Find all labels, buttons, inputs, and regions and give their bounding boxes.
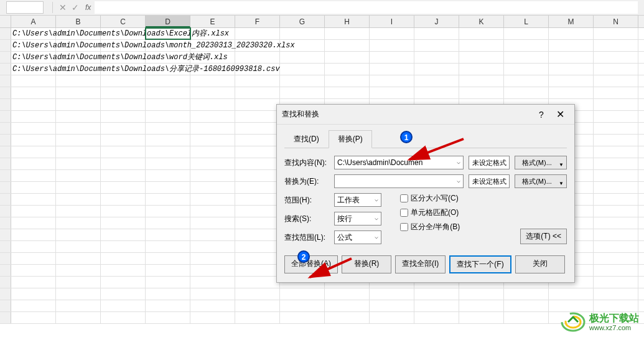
cell[interactable] — [101, 241, 146, 252]
cell[interactable] — [414, 64, 459, 75]
row-header[interactable] — [0, 265, 11, 276]
row-header[interactable] — [0, 217, 11, 229]
cell[interactable] — [101, 158, 146, 169]
cell[interactable] — [11, 87, 56, 98]
cell[interactable] — [504, 28, 549, 39]
cell[interactable] — [101, 182, 146, 193]
cell[interactable] — [235, 135, 280, 146]
cell[interactable] — [280, 52, 325, 63]
cell[interactable] — [11, 300, 56, 311]
match-width-checkbox[interactable]: 区分全/半角(B) — [400, 222, 460, 232]
cell[interactable] — [414, 87, 459, 98]
cell[interactable] — [146, 277, 190, 288]
cell[interactable] — [101, 75, 146, 87]
cell[interactable] — [594, 64, 638, 75]
cell[interactable] — [146, 194, 190, 205]
cell[interactable] — [146, 75, 190, 87]
cell[interactable] — [101, 300, 146, 311]
cell[interactable] — [56, 182, 101, 193]
cell[interactable] — [325, 300, 370, 311]
cell[interactable] — [11, 111, 56, 122]
cell[interactable] — [146, 123, 190, 134]
replace-button[interactable]: 替换(R) — [342, 255, 391, 273]
cell[interactable] — [594, 217, 638, 229]
cell[interactable] — [11, 241, 56, 252]
cell[interactable] — [146, 300, 190, 311]
cell[interactable] — [146, 217, 190, 229]
cell[interactable] — [11, 194, 56, 205]
cell[interactable] — [56, 158, 101, 169]
cell[interactable] — [280, 300, 325, 311]
cell[interactable] — [101, 265, 146, 276]
cell[interactable] — [11, 123, 56, 134]
cell[interactable] — [11, 229, 56, 240]
cell[interactable] — [190, 111, 235, 122]
cell[interactable] — [101, 253, 146, 264]
cell[interactable] — [190, 135, 235, 146]
cell[interactable] — [549, 300, 594, 311]
cell[interactable] — [190, 182, 235, 193]
replace-with-input[interactable] — [334, 174, 464, 188]
cell[interactable] — [459, 40, 504, 51]
col-header-A[interactable]: A — [11, 16, 56, 27]
within-select[interactable]: 工作表 — [334, 193, 381, 207]
cell[interactable] — [325, 75, 370, 87]
cell[interactable] — [594, 288, 638, 300]
cell[interactable] — [56, 253, 101, 264]
cell[interactable] — [370, 40, 414, 51]
col-header-I[interactable]: I — [370, 16, 414, 27]
cell[interactable] — [235, 229, 280, 240]
cell[interactable] — [235, 312, 280, 323]
cell[interactable] — [56, 229, 101, 240]
cell[interactable] — [414, 75, 459, 87]
row-header[interactable] — [0, 182, 11, 193]
cell[interactable] — [594, 265, 638, 276]
col-header-H[interactable]: H — [325, 16, 370, 27]
cell[interactable] — [459, 28, 504, 39]
cell[interactable] — [594, 253, 638, 264]
cell[interactable] — [280, 87, 325, 98]
cell[interactable] — [504, 312, 549, 323]
col-header-L[interactable]: L — [504, 16, 549, 27]
cell[interactable] — [190, 217, 235, 229]
cell[interactable] — [56, 111, 101, 122]
match-cell-checkbox[interactable]: 单元格匹配(O) — [400, 207, 460, 218]
cell[interactable] — [190, 265, 235, 276]
cell[interactable] — [101, 194, 146, 205]
cell[interactable] — [370, 87, 414, 98]
cell[interactable] — [56, 217, 101, 229]
cell[interactable] — [11, 170, 56, 181]
cell[interactable] — [235, 75, 280, 87]
close-button[interactable]: 关闭 — [515, 255, 565, 273]
cell[interactable] — [146, 99, 190, 110]
cell[interactable] — [146, 111, 190, 122]
cell[interactable] — [594, 111, 638, 122]
row-header[interactable] — [0, 75, 11, 87]
select-all-corner[interactable] — [0, 16, 11, 27]
row-header[interactable] — [0, 253, 11, 264]
cell[interactable] — [11, 135, 56, 146]
cell[interactable] — [594, 241, 638, 252]
cell[interactable] — [280, 312, 325, 323]
cell[interactable] — [56, 170, 101, 181]
cell[interactable] — [594, 194, 638, 205]
cell[interactable] — [235, 194, 280, 205]
cell[interactable] — [504, 288, 549, 300]
row-header[interactable] — [0, 241, 11, 252]
cell[interactable] — [146, 28, 190, 39]
cell[interactable] — [325, 64, 370, 75]
cell[interactable] — [594, 206, 638, 217]
match-case-checkbox[interactable]: 区分大小写(C) — [400, 193, 460, 204]
cell[interactable] — [594, 28, 638, 39]
cell[interactable] — [504, 87, 549, 98]
confirm-icon[interactable]: ✓ — [69, 2, 82, 12]
cell[interactable] — [235, 217, 280, 229]
col-header-G[interactable]: G — [280, 16, 325, 27]
cell[interactable] — [190, 123, 235, 134]
cell[interactable] — [11, 206, 56, 217]
col-header-B[interactable]: B — [56, 16, 101, 27]
cell[interactable] — [56, 194, 101, 205]
col-header-D[interactable]: D — [146, 16, 190, 27]
close-icon[interactable]: ✕ — [551, 106, 569, 123]
cell[interactable] — [101, 123, 146, 134]
